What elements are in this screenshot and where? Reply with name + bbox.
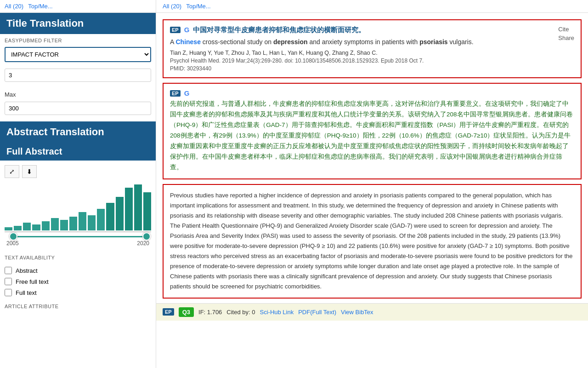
- expand-chart-button[interactable]: ⤢: [5, 165, 19, 178]
- impact-factor-select[interactable]: IMPACT FACTOR: [5, 47, 151, 62]
- abstract-en-text: Previous studies have reported a higher …: [170, 190, 574, 292]
- title-en-psoriasis: psoriasis: [419, 38, 447, 46]
- ep-badge-zh: EP: [170, 90, 181, 97]
- chart-bar: [14, 226, 22, 230]
- chart-bar: [79, 212, 86, 230]
- article-title-zh: 中国对寻常型牛皮癣患者抑郁和焦虑症状的横断面研究。: [193, 26, 365, 34]
- year-end-label: 2020: [137, 240, 149, 247]
- title-en-part4: vulgaris.: [448, 38, 474, 46]
- share-link[interactable]: Share: [558, 34, 574, 41]
- main-content: All (20) Top/Me... EP G 中国对寻常型牛皮癣患者抑郁和焦虑…: [156, 0, 588, 368]
- full-text-checkbox-row: Full text: [5, 287, 151, 298]
- chart-bar: [125, 188, 133, 230]
- chart-area: [5, 182, 151, 232]
- slider-track: [9, 236, 147, 237]
- slider-labels: 2005 2020: [5, 240, 151, 247]
- title-en-part1: A: [170, 38, 175, 46]
- article-pmid: PMID: 30293440: [170, 65, 558, 72]
- title-en-depression: depression: [273, 38, 308, 46]
- chart-bar: [106, 203, 114, 230]
- article-journal: Psychol Health Med. 2019 Mar;24(3):269-2…: [170, 58, 558, 64]
- text-availability-label: TEXT AVAILABILITY: [0, 251, 156, 262]
- sidebar-top-bar: All (20) Top/Me...: [0, 0, 156, 13]
- actions-row: Cite Share: [558, 26, 574, 41]
- abstract-label: Abstract: [16, 267, 38, 274]
- max-value-input[interactable]: [5, 102, 151, 115]
- title-translation-header: Title Translation: [0, 13, 156, 34]
- footer-bibtex-link[interactable]: View BibTex: [341, 309, 373, 316]
- max-value-row: [0, 100, 156, 121]
- abstract-checkbox[interactable]: [5, 267, 12, 274]
- footer-scihub-link[interactable]: Sci-Hub Link: [260, 309, 294, 316]
- slider-thumb-right[interactable]: [142, 232, 151, 241]
- footer-bar: EP Q3 IF: 1.706 Cited by: 0 Sci-Hub Link…: [156, 303, 588, 321]
- full-abstract-header: Full Abstract: [0, 143, 156, 161]
- abstract-zh-section: EP G 先前的研究报道，与普通人群相比，牛皮癣患者的抑郁症和焦虑症发病率更高，…: [163, 83, 582, 179]
- g-badge-zh: G: [184, 89, 190, 97]
- chart-bar: [143, 192, 151, 230]
- chart-bar: [32, 224, 40, 230]
- title-en-part2: cross-sectional study on: [201, 38, 273, 46]
- abstract-en-section: Previous studies have reported a higher …: [163, 184, 582, 299]
- sidebar: All (20) Top/Me... Title Translation EAS…: [0, 0, 156, 368]
- g-badge: G: [184, 26, 190, 34]
- abstract-translation-header: Abstract Translation: [0, 121, 156, 143]
- chart-bar: [134, 184, 142, 230]
- article-authors: Tian Z, Huang Y, Yue T, Zhou J, Tao L, H…: [170, 50, 558, 56]
- min-value-input[interactable]: [5, 69, 151, 82]
- article-attribute-label: ARTICLE ATTRIBUTE: [0, 301, 156, 312]
- cite-link[interactable]: Cite: [558, 26, 574, 33]
- article-card: EP G 中国对寻常型牛皮癣患者抑郁和焦虑症状的横断面研究。 A Chinese…: [163, 19, 582, 78]
- slider-thumb-left[interactable]: [9, 232, 17, 241]
- title-en-part3: and anxiety symptoms in patients with: [308, 38, 420, 46]
- footer-if: IF: 1.706: [198, 309, 222, 316]
- free-full-text-label: Free full text: [16, 278, 49, 285]
- chart-container: ⤢ ⬇ 2005 2020: [0, 161, 156, 251]
- top-me-link[interactable]: Top/Me...: [28, 3, 52, 10]
- footer-cited: Cited by: 0: [226, 309, 255, 316]
- download-chart-button[interactable]: ⬇: [22, 165, 37, 178]
- chart-bar: [69, 217, 77, 230]
- full-text-checkbox[interactable]: [5, 289, 12, 296]
- chart-bar: [23, 223, 31, 230]
- abstract-checkbox-row: Abstract: [5, 265, 151, 276]
- footer-q3-badge: Q3: [179, 307, 194, 317]
- impact-factor-filter-row: IMPACT FACTOR: [0, 45, 156, 67]
- article-title-en: A Chinese cross-sectional study on depre…: [170, 37, 558, 47]
- chart-bar: [5, 227, 12, 230]
- easypubmed-filter-label: EASYPUBMED FILTER: [0, 34, 156, 45]
- free-full-text-checkbox-row: Free full text: [5, 276, 151, 287]
- chart-toolbar: ⤢ ⬇: [5, 165, 151, 178]
- full-text-label: Full text: [16, 289, 37, 296]
- chart-bar: [97, 209, 105, 230]
- year-start-label: 2005: [6, 240, 19, 247]
- footer-ep-badge: EP: [163, 308, 174, 316]
- all-count-link[interactable]: All (20): [5, 3, 23, 10]
- abstract-zh-text: 先前的研究报道，与普通人群相比，牛皮癣患者的抑郁症和焦虑症发病率更高，这对评估和…: [170, 99, 574, 173]
- main-top-me-link[interactable]: Top/Me...: [186, 3, 210, 10]
- free-full-text-checkbox[interactable]: [5, 278, 12, 285]
- article-title-row: EP G 中国对寻常型牛皮癣患者抑郁和焦虑症状的横断面研究。: [170, 26, 558, 34]
- min-value-row: [0, 67, 156, 88]
- footer-pdf-link[interactable]: PDF(Full Text): [298, 309, 336, 316]
- main-top-bar: All (20) Top/Me...: [156, 0, 588, 13]
- ep-badge: EP: [170, 27, 181, 33]
- year-slider-row: [5, 236, 151, 237]
- title-en-chinese: Chinese: [175, 38, 200, 46]
- chart-bar: [42, 221, 50, 230]
- max-label: Max: [0, 88, 156, 100]
- main-all-link[interactable]: All (20): [163, 3, 181, 10]
- chart-bar: [60, 220, 68, 230]
- chart-bar: [88, 215, 96, 230]
- chart-bar: [51, 218, 59, 230]
- chart-bar: [116, 197, 124, 230]
- text-availability-section: Abstract Free full text Full text: [0, 262, 156, 301]
